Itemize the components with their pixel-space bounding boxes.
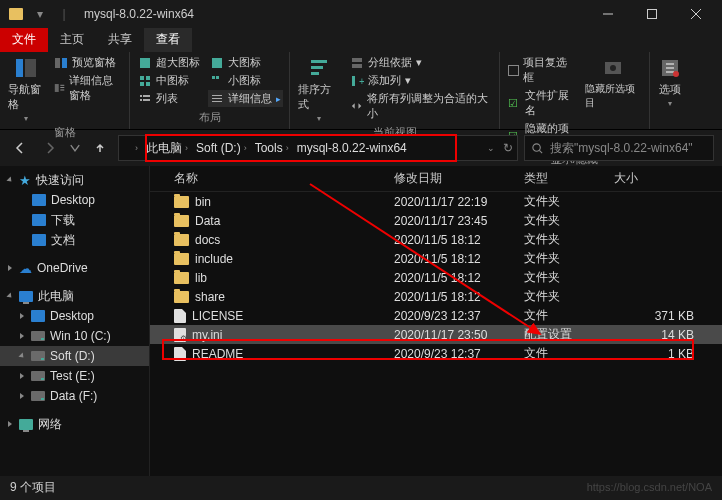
checkboxes-toggle[interactable]: 项目复选框 <box>506 54 577 86</box>
svg-rect-32 <box>352 76 355 86</box>
details-pane-button[interactable]: 详细信息窗格 <box>52 72 123 104</box>
svg-point-35 <box>610 65 616 71</box>
sidebar-quick-access[interactable]: ★快速访问 <box>0 170 149 190</box>
extensions-toggle[interactable]: ☑文件扩展名 <box>506 87 577 119</box>
sidebar-downloads[interactable]: 下载 <box>0 210 149 230</box>
options-button[interactable]: 选项 ▾ <box>656 54 684 110</box>
svg-rect-25 <box>212 98 222 99</box>
app-icon <box>8 6 24 22</box>
svg-rect-11 <box>60 90 64 91</box>
qa-icon[interactable]: ▾ <box>32 6 48 22</box>
search-box[interactable]: 搜索"mysql-8.0.22-winx64" <box>524 135 714 161</box>
sidebar-win10[interactable]: Win 10 (C:) <box>0 326 149 346</box>
ribbon: 导航窗格 ▾ 预览窗格 详细信息窗格 窗格 超大图标 中图标 列表 大图标 小图… <box>0 52 722 130</box>
svg-rect-20 <box>143 99 150 101</box>
sidebar-soft[interactable]: Soft (D:) <box>0 346 149 366</box>
file-size: 1 KB <box>614 347 694 361</box>
sidebar-pc-desktop[interactable]: Desktop <box>0 306 149 326</box>
file-icon <box>174 309 186 323</box>
refresh-button[interactable]: ↻ <box>503 141 513 155</box>
tab-file[interactable]: 文件 <box>0 28 48 52</box>
file-row[interactable]: include2020/11/5 18:12文件夹 <box>150 249 722 268</box>
file-name: README <box>192 347 243 361</box>
col-modified[interactable]: 修改日期 <box>394 170 524 187</box>
item-count: 9 个项目 <box>10 479 56 496</box>
folder-icon <box>174 215 189 227</box>
svg-rect-6 <box>55 58 60 68</box>
groupby-button[interactable]: 分组依据 ▾ <box>348 54 493 71</box>
forward-button[interactable] <box>38 136 62 160</box>
addressbar: › 此电脑› Soft (D:)› Tools› mysql-8.0.22-wi… <box>0 130 722 166</box>
titlebar: ▾ | mysql-8.0.22-winx64 <box>0 0 722 28</box>
sidebar-documents[interactable]: 文档 <box>0 230 149 250</box>
col-type[interactable]: 类型 <box>524 170 614 187</box>
preview-pane-button[interactable]: 预览窗格 <box>52 54 123 71</box>
layout-medium[interactable]: 中图标 <box>136 72 202 89</box>
nav-pane-button[interactable]: 导航窗格 ▾ <box>6 54 46 125</box>
layout-xlarge[interactable]: 超大图标 <box>136 54 202 71</box>
file-name: bin <box>195 195 211 209</box>
col-name[interactable]: 名称 <box>174 170 394 187</box>
file-modified: 2020/9/23 12:37 <box>394 309 524 323</box>
svg-text:+: + <box>359 76 364 87</box>
file-modified: 2020/11/17 23:50 <box>394 328 524 342</box>
file-row[interactable]: my.ini2020/11/17 23:50配置设置14 KB <box>150 325 722 344</box>
sidebar-network[interactable]: 网络 <box>0 414 149 434</box>
maximize-button[interactable] <box>630 0 674 28</box>
layout-details[interactable]: 详细信息▸ <box>208 90 283 107</box>
tab-share[interactable]: 共享 <box>96 28 144 52</box>
crumb-2[interactable]: Tools› <box>251 141 293 155</box>
file-row[interactable]: bin2020/11/17 22:19文件夹 <box>150 192 722 211</box>
svg-rect-24 <box>212 95 222 96</box>
svg-rect-8 <box>54 84 58 92</box>
svg-rect-27 <box>311 60 327 63</box>
search-icon <box>531 142 544 155</box>
file-icon <box>174 328 186 342</box>
svg-rect-9 <box>60 85 64 86</box>
minimize-button[interactable] <box>586 0 630 28</box>
close-button[interactable] <box>674 0 718 28</box>
svg-point-38 <box>533 143 540 150</box>
file-size: 371 KB <box>614 309 694 323</box>
file-row[interactable]: LICENSE2020/9/23 12:37文件371 KB <box>150 306 722 325</box>
sidebar-data[interactable]: Data (F:) <box>0 386 149 406</box>
sidebar-thispc[interactable]: 此电脑 <box>0 286 149 306</box>
file-name: share <box>195 290 225 304</box>
file-row[interactable]: lib2020/11/5 18:12文件夹 <box>150 268 722 287</box>
addcol-button[interactable]: +添加列 ▾ <box>348 72 493 89</box>
sidebar-desktop[interactable]: Desktop <box>0 190 149 210</box>
back-button[interactable] <box>8 136 32 160</box>
crumb-dropdown[interactable]: ⌄ <box>487 143 495 153</box>
crumb-root-chev[interactable]: › <box>131 143 142 153</box>
file-row[interactable]: Data2020/11/17 23:45文件夹 <box>150 211 722 230</box>
sidebar-onedrive[interactable]: ☁OneDrive <box>0 258 149 278</box>
breadcrumb[interactable]: › 此电脑› Soft (D:)› Tools› mysql-8.0.22-wi… <box>118 135 518 161</box>
tab-home[interactable]: 主页 <box>48 28 96 52</box>
file-row[interactable]: docs2020/11/5 18:12文件夹 <box>150 230 722 249</box>
layout-small[interactable]: 小图标 <box>208 72 283 89</box>
file-name: Data <box>195 214 220 228</box>
file-type: 文件夹 <box>524 212 614 229</box>
hide-button[interactable]: 隐藏所选项目 <box>583 54 643 112</box>
svg-rect-31 <box>352 64 362 68</box>
svg-rect-28 <box>311 66 323 69</box>
col-size[interactable]: 大小 <box>614 170 694 187</box>
sort-button[interactable]: 排序方式 ▾ <box>296 54 342 125</box>
crumb-0[interactable]: 此电脑› <box>142 140 192 157</box>
layout-list[interactable]: 列表 <box>136 90 202 107</box>
crumb-1[interactable]: Soft (D:)› <box>192 141 251 155</box>
tab-view[interactable]: 查看 <box>144 28 192 52</box>
file-modified: 2020/11/5 18:12 <box>394 290 524 304</box>
sidebar-test[interactable]: Test (E:) <box>0 366 149 386</box>
svg-rect-13 <box>140 76 144 80</box>
crumb-3[interactable]: mysql-8.0.22-winx64 <box>293 141 411 155</box>
file-row[interactable]: README2020/9/23 12:37文件1 KB <box>150 344 722 363</box>
svg-rect-18 <box>143 95 150 97</box>
file-modified: 2020/11/17 23:45 <box>394 214 524 228</box>
file-row[interactable]: share2020/11/5 18:12文件夹 <box>150 287 722 306</box>
file-modified: 2020/9/23 12:37 <box>394 347 524 361</box>
layout-large[interactable]: 大图标 <box>208 54 283 71</box>
recent-button[interactable] <box>68 136 82 160</box>
autosize-button[interactable]: 将所有列调整为合适的大小 <box>348 90 493 122</box>
up-button[interactable] <box>88 136 112 160</box>
